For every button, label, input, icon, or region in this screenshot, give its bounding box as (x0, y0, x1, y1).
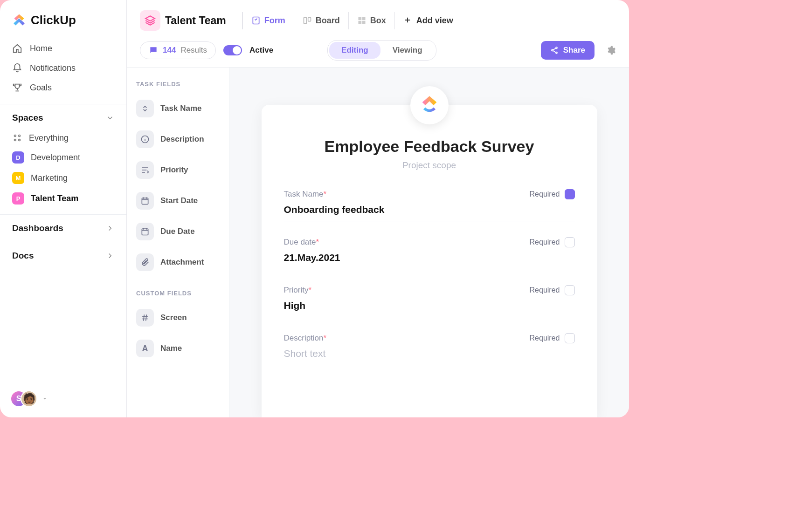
svg-point-2 (14, 139, 16, 141)
sidebar-item-marketing[interactable]: M Marketing (5, 168, 122, 188)
calendar-icon (136, 223, 154, 240)
form-field[interactable]: Priority* Required High (284, 285, 575, 317)
required-checkbox[interactable] (565, 333, 575, 343)
hash-icon (136, 309, 154, 327)
section-label: TASK FIELDS (133, 78, 222, 93)
svg-rect-7 (358, 17, 361, 20)
svg-point-3 (19, 139, 21, 141)
field-start-date[interactable]: Start Date (133, 185, 222, 216)
required-label: Required (530, 190, 560, 198)
section-label: CUSTOM FIELDS (133, 287, 222, 302)
svg-rect-16 (142, 229, 148, 235)
segment-editing[interactable]: Editing (329, 42, 380, 59)
text-icon: A (136, 340, 154, 357)
board-icon (303, 16, 312, 25)
nav-label: Notifications (30, 63, 76, 73)
paperclip-icon (136, 253, 154, 271)
tab-board[interactable]: Board (294, 12, 348, 29)
spaces-header[interactable]: Spaces (0, 104, 126, 127)
chevron-right-icon (106, 224, 114, 232)
tab-form[interactable]: Form (242, 12, 294, 29)
calendar-icon (136, 192, 154, 210)
field-attachment[interactable]: Attachment (133, 247, 222, 278)
nav-home[interactable]: Home (5, 39, 122, 58)
share-button[interactable]: Share (541, 41, 595, 60)
nav-goals[interactable]: Goals (5, 78, 122, 97)
required-checkbox[interactable] (565, 285, 575, 295)
required-checkbox[interactable] (565, 237, 575, 247)
space-badge: D (12, 151, 24, 164)
settings-button[interactable] (606, 45, 616, 55)
svg-point-12 (552, 50, 553, 51)
segment-viewing[interactable]: Viewing (380, 42, 435, 59)
sidebar-item-talent-team[interactable]: P Talent Team (5, 188, 122, 209)
field-due-date[interactable]: Due Date (133, 216, 222, 247)
sidebar-item-docs[interactable]: Docs (0, 242, 126, 269)
tab-box[interactable]: Box (348, 12, 394, 29)
field-task-name[interactable]: Task Name (133, 93, 222, 124)
svg-rect-5 (304, 17, 306, 23)
info-icon (136, 130, 154, 148)
field-description[interactable]: Description (133, 124, 222, 155)
caret-down-icon (42, 396, 48, 402)
toggle-label: Active (249, 46, 273, 55)
active-toggle[interactable] (223, 45, 242, 55)
share-icon (550, 46, 559, 55)
svg-point-11 (556, 47, 557, 48)
form-field[interactable]: Task Name* Required Onboarding feedback (284, 189, 575, 221)
form-field[interactable]: Due date* Required 21.May.2021 (284, 237, 575, 269)
task-name-icon (136, 100, 154, 117)
folder-icon (140, 10, 160, 31)
space-badge: M (12, 172, 24, 184)
svg-point-0 (14, 135, 16, 137)
required-label: Required (530, 334, 560, 342)
form-subtitle[interactable]: Project scope (284, 160, 575, 171)
field-value[interactable]: Onboarding feedback (284, 199, 575, 221)
nav-notifications[interactable]: Notifications (5, 58, 122, 78)
sidebar-item-development[interactable]: D Development (5, 147, 122, 168)
form-preview: Employee Feedback Survey Project scope T… (229, 68, 629, 417)
mode-segment: Editing Viewing (327, 40, 436, 61)
field-priority[interactable]: Priority (133, 155, 222, 185)
field-panel: TASK FIELDS Task Name Description Priori… (127, 68, 229, 417)
field-name[interactable]: A Name (133, 333, 222, 364)
form-icon (251, 16, 261, 25)
add-view-button[interactable]: Add view (394, 12, 462, 29)
user-menu[interactable]: S 🧑🏾 (0, 380, 126, 417)
logo[interactable]: ClickUp (0, 0, 126, 37)
required-label: Required (530, 286, 560, 294)
field-screen[interactable]: Screen (133, 302, 222, 333)
home-icon (12, 43, 22, 54)
field-value[interactable]: Short text (284, 343, 575, 365)
chevron-down-icon (106, 114, 114, 122)
trophy-icon (12, 82, 22, 93)
form-logo[interactable] (410, 86, 449, 124)
svg-rect-4 (253, 17, 259, 24)
field-value[interactable]: 21.May.2021 (284, 247, 575, 269)
space-badge: P (12, 192, 24, 205)
priority-icon (136, 161, 154, 179)
plus-icon (403, 16, 413, 25)
grid-icon (12, 133, 22, 143)
svg-rect-9 (358, 21, 361, 24)
folder-title: Talent Team (165, 14, 226, 27)
sidebar-item-dashboards[interactable]: Dashboards (0, 214, 126, 242)
svg-point-1 (19, 135, 21, 137)
nav-label: Goals (30, 83, 52, 93)
chat-icon (149, 46, 158, 55)
bell-icon (12, 63, 22, 73)
svg-rect-6 (308, 17, 311, 21)
form-field[interactable]: Description* Required Short text (284, 333, 575, 365)
box-icon (357, 16, 366, 25)
clickup-logo-icon (12, 14, 26, 27)
sidebar-item-everything[interactable]: Everything (5, 129, 122, 147)
required-checkbox[interactable] (565, 189, 575, 199)
field-value[interactable]: High (284, 295, 575, 317)
results-button[interactable]: 144 Results (140, 41, 216, 59)
topbar: Talent Team Form Board Box Add view (127, 0, 629, 35)
toolbar: 144 Results Active Editing Viewing Share (127, 35, 629, 68)
svg-point-13 (556, 52, 557, 54)
svg-rect-15 (142, 198, 148, 204)
svg-rect-8 (362, 17, 366, 20)
logo-text: ClickUp (31, 13, 76, 27)
